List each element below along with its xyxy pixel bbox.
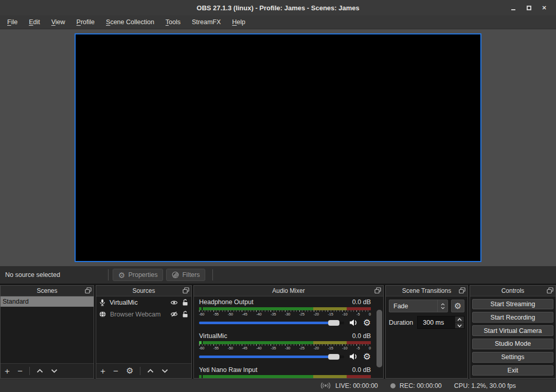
popout-icon[interactable] [374,287,381,294]
start-recording-button[interactable]: Start Recording [472,312,553,323]
mixer-name: Headphone Output [199,298,254,307]
move-scene-up-button[interactable] [37,369,43,373]
window-title: OBS 27.1.3 (linux) - Profile: James - Sc… [196,4,359,12]
mixer-yeti-nano: Yeti Nano Raw Input 0.0 dB -60-55-50-45-… [199,366,371,378]
lock-open-icon[interactable] [182,311,188,318]
filter-icon [172,271,179,278]
source-label: Browser Webcam [110,311,166,318]
menu-file[interactable]: File [2,15,23,29]
move-source-up-button[interactable] [147,369,154,373]
rec-time: REC: 00:00:00 [400,382,442,389]
menubar: File Edit View Profile Scene Collection … [0,15,556,29]
close-icon: ✕ [542,5,546,11]
volume-meter [199,375,371,378]
properties-label: Properties [128,271,157,278]
mixer-headphone-output: Headphone Output 0.0 dB -60-55-50-45-40-… [199,298,371,327]
minimize-button[interactable] [506,0,521,15]
maximize-icon [527,6,531,10]
add-scene-button[interactable]: + [5,367,10,376]
lock-open-icon[interactable] [182,299,188,306]
scene-transitions-title: Scene Transitions [402,287,451,294]
add-source-button[interactable]: + [100,367,105,376]
scenes-panel: Scenes Standard + − [0,285,94,379]
menu-help[interactable]: Help [226,15,251,29]
move-scene-down-button[interactable] [51,369,58,373]
start-streaming-button[interactable]: Start Streaming [472,299,553,310]
minimize-icon [511,9,515,10]
mixer-name: VirtualMic [199,332,227,341]
maximize-button[interactable] [521,0,536,15]
menu-edit[interactable]: Edit [23,15,46,29]
controls-title: Controls [501,287,525,294]
move-source-down-button[interactable] [162,369,168,373]
live-time: LIVE: 00:00:00 [335,382,378,389]
mixer-db-value: 0.0 dB [352,366,371,375]
exit-button[interactable]: Exit [472,365,553,376]
scenes-header: Scenes [1,286,94,296]
menu-view[interactable]: View [46,15,71,29]
popout-icon[interactable] [183,287,189,294]
scene-transitions-body: Fade ⚙ Duration 300 ms [386,296,468,378]
speaker-icon[interactable] [349,353,358,360]
scene-item-standard[interactable]: Standard [1,296,94,307]
source-properties-gear-icon[interactable]: ⚙ [126,367,133,375]
controls-header: Controls [470,286,555,296]
transition-selected-value: Fade [389,303,437,310]
mixer-db-value: 0.0 dB [352,298,371,307]
mixer-gear-icon[interactable]: ⚙ [363,352,371,361]
toolbar-divider [212,269,213,281]
menu-scene-collection[interactable]: Scene Collection [100,15,160,29]
menu-profile[interactable]: Profile [71,15,100,29]
duration-spinbox[interactable]: 300 ms [417,316,464,329]
controls-panel: Controls Start Streaming Start Recording… [470,285,556,379]
toolbar-divider [140,367,140,375]
popout-icon[interactable] [459,287,465,294]
menu-tools[interactable]: Tools [160,15,186,29]
visibility-eye-slash-icon[interactable] [170,311,178,317]
filters-button[interactable]: Filters [166,269,205,281]
cpu-fps-stats: CPU: 1.2%, 30.00 fps [454,382,516,389]
properties-button[interactable]: ⚙ Properties [113,269,163,281]
gear-icon: ⚙ [454,302,461,310]
preview-canvas[interactable] [75,33,481,262]
volume-slider[interactable] [199,322,344,324]
transition-select[interactable]: Fade [389,300,448,312]
menu-streamfx[interactable]: StreamFX [186,15,226,29]
preview-area [0,29,556,266]
gear-icon: ⚙ [118,271,125,279]
mixer-gear-icon[interactable]: ⚙ [363,319,371,327]
mixer-name: Yeti Nano Raw Input [199,366,258,375]
scene-transitions-panel: Scene Transitions Fade [385,285,468,379]
studio-mode-button[interactable]: Studio Mode [472,339,553,349]
volume-slider-handle[interactable] [328,320,339,326]
remove-source-button[interactable]: − [113,367,118,376]
volume-slider-handle[interactable] [328,354,339,360]
duration-decrement-button[interactable] [455,322,464,328]
remove-scene-button[interactable]: − [17,367,23,376]
transition-properties-button[interactable]: ⚙ [451,300,464,312]
source-item-virtualmic[interactable]: VirtualMic [96,296,191,308]
popout-icon[interactable] [85,287,92,294]
volume-slider[interactable] [199,356,344,358]
meter-tick-labels: -60-55-50-45-40-35-30-25-20-15-10-50 [199,346,371,350]
source-item-browser-webcam[interactable]: Browser Webcam [96,308,191,320]
titlebar: OBS 27.1.3 (linux) - Profile: James - Sc… [0,0,556,15]
start-virtual-camera-button[interactable]: Start Virtual Camera [472,325,553,336]
sources-list: VirtualMic [96,296,191,363]
duration-increment-button[interactable] [455,316,464,322]
toolbar-divider [29,367,30,375]
sources-panel: Sources [96,285,192,379]
scenes-list: Standard [1,296,94,363]
close-button[interactable]: ✕ [536,0,552,15]
source-label: VirtualMic [110,299,166,306]
visibility-eye-icon[interactable] [170,300,178,305]
settings-button[interactable]: Settings [472,352,553,363]
duration-value: 300 ms [418,316,455,328]
microphone-icon [99,299,105,306]
no-source-selected-label: No source selected [5,271,104,278]
mixer-scrollbar[interactable] [376,310,382,367]
obs-window: OBS 27.1.3 (linux) - Profile: James - Sc… [0,0,556,392]
speaker-icon[interactable] [349,319,358,326]
popout-icon[interactable] [547,287,553,294]
select-spinner-icon[interactable] [437,300,447,312]
